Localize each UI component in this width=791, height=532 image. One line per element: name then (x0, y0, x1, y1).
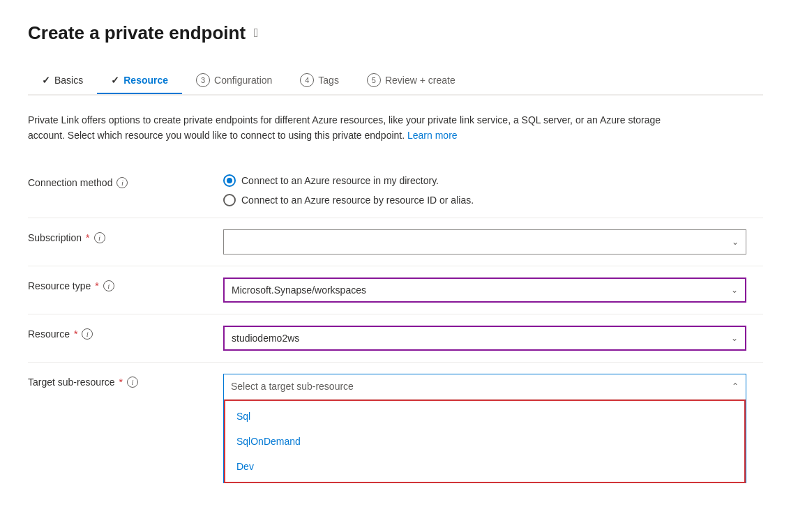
target-sub-resource-row: Target sub-resource * i Select a target … (28, 363, 763, 494)
target-sub-resource-info-icon[interactable]: i (127, 377, 138, 388)
dropdown-option-dev[interactable]: Dev (225, 454, 744, 479)
target-sub-resource-control: Select a target sub-resource ⌃ Sql SqlOn… (223, 374, 746, 483)
subscription-dropdown[interactable]: ⌄ (223, 229, 746, 254)
resource-type-control: Microsoft.Synapse/workspaces ⌄ (223, 278, 746, 303)
resource-type-info-icon[interactable]: i (103, 280, 114, 291)
target-sub-resource-label: Target sub-resource * i (28, 374, 223, 388)
subscription-info-icon[interactable]: i (94, 232, 105, 243)
tab-basics[interactable]: ✓ Basics (28, 68, 97, 93)
page-description: Private Link offers options to create pr… (28, 112, 698, 144)
target-sub-resource-dropdown-arrow: ⌃ (732, 381, 739, 391)
radio-option-directory[interactable]: Connect to an Azure resource in my direc… (223, 174, 746, 187)
target-sub-resource-dropdown-container: Select a target sub-resource ⌃ Sql SqlOn… (223, 374, 746, 483)
connection-method-control: Connect to an Azure resource in my direc… (223, 174, 746, 206)
subscription-dropdown-arrow: ⌄ (732, 237, 739, 247)
resource-row: Resource * i studiodemo2ws ⌄ (28, 314, 763, 362)
resource-type-value: Microsoft.Synapse/workspaces (232, 284, 366, 296)
resource-value: studiodemo2ws (232, 333, 299, 344)
tab-configuration[interactable]: 3 Configuration (182, 66, 286, 94)
subscription-control: ⌄ (223, 229, 746, 254)
connection-method-info-icon[interactable]: i (116, 177, 128, 188)
subscription-required: * (86, 232, 89, 243)
tab-basics-label: Basics (54, 75, 83, 86)
connection-method-row: Connection method i Connect to an Azure … (28, 163, 763, 218)
resource-type-label: Resource type * i (28, 278, 223, 291)
resource-type-dropdown[interactable]: Microsoft.Synapse/workspaces ⌄ (223, 278, 746, 303)
tags-step-circle: 4 (300, 73, 314, 87)
resource-check-icon: ✓ (111, 75, 119, 86)
dropdown-option-sqlondemand[interactable]: SqlOnDemand (225, 429, 744, 454)
dropdown-option-sql[interactable]: Sql (225, 404, 744, 429)
page-title-container: Create a private endpoint  (28, 22, 763, 44)
connection-method-label: Connection method i (28, 174, 223, 188)
target-sub-resource-dropdown-list: Sql SqlOnDemand Dev (224, 400, 746, 483)
page-title: Create a private endpoint (28, 22, 246, 44)
connection-method-radio-group: Connect to an Azure resource in my direc… (223, 174, 746, 206)
tab-resource[interactable]: ✓ Resource (97, 68, 182, 93)
tab-configuration-label: Configuration (214, 75, 272, 86)
resource-info-icon[interactable]: i (82, 328, 93, 340)
tab-review-create[interactable]: 5 Review + create (353, 66, 469, 94)
tab-tags-label: Tags (318, 75, 339, 86)
wizard-tabs: ✓ Basics ✓ Resource 3 Configuration 4 Ta… (28, 66, 763, 96)
tab-tags[interactable]: 4 Tags (286, 66, 353, 94)
basics-check-icon: ✓ (42, 75, 50, 86)
resource-required: * (74, 328, 77, 340)
resource-dropdown-arrow: ⌄ (731, 333, 738, 343)
subscription-label: Subscription * i (28, 229, 223, 243)
radio-circle-resource-id (223, 194, 236, 206)
resource-form: Connection method i Connect to an Azure … (28, 163, 763, 494)
resource-type-required: * (95, 280, 98, 291)
learn-more-link[interactable]: Learn more (407, 130, 458, 141)
resource-control: studiodemo2ws ⌄ (223, 326, 746, 351)
radio-circle-directory (223, 174, 236, 187)
target-sub-resource-placeholder: Select a target sub-resource (231, 381, 354, 392)
resource-type-row: Resource type * i Microsoft.Synapse/work… (28, 266, 763, 314)
tab-review-create-label: Review + create (385, 75, 455, 86)
target-sub-resource-required: * (119, 377, 123, 388)
resource-label: Resource * i (28, 326, 223, 340)
configuration-step-circle: 3 (196, 73, 210, 87)
review-step-circle: 5 (367, 73, 381, 87)
target-sub-resource-dropdown-header[interactable]: Select a target sub-resource ⌃ (224, 374, 746, 400)
resource-dropdown[interactable]: studiodemo2ws ⌄ (223, 326, 746, 351)
print-icon[interactable]:  (254, 26, 259, 40)
subscription-row: Subscription * i ⌄ (28, 218, 763, 266)
tab-resource-label: Resource (123, 75, 168, 86)
radio-option-resource-id[interactable]: Connect to an Azure resource by resource… (223, 194, 746, 206)
resource-type-dropdown-arrow: ⌄ (731, 285, 738, 295)
